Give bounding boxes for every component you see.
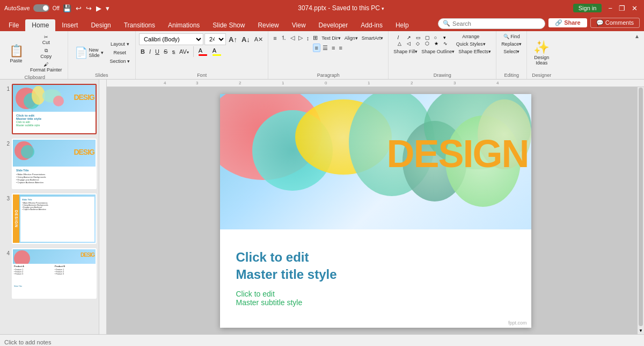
italic-button[interactable]: I [148, 48, 152, 55]
convert-smartart-button[interactable]: SmartArt▾ [360, 35, 385, 41]
slide-number-2: 2 [2, 141, 10, 147]
align-center-button[interactable]: ☰ [321, 44, 330, 52]
autosave-off-label: Off [53, 5, 60, 11]
title-chevron[interactable]: ▾ [382, 6, 384, 11]
shape-outline-button[interactable]: Shape Outline▾ [420, 48, 456, 55]
shape-curve[interactable]: ∿ [443, 41, 452, 46]
shape-rtriangle[interactable]: ◁ [407, 41, 415, 46]
tab-file[interactable]: File [2, 19, 25, 31]
tab-home[interactable]: Home [25, 19, 55, 31]
quick-styles-button[interactable]: Quick Styles▾ [455, 41, 487, 47]
scroll-down[interactable]: ▼ [638, 327, 644, 334]
find-button[interactable]: 🔍 Find [502, 33, 522, 40]
slide-thumb-3[interactable]: 3 DESIGN Slide Title • Make Effective Pr… [2, 193, 97, 244]
tab-design[interactable]: Design [84, 19, 117, 31]
font-color-button[interactable]: A [196, 47, 209, 56]
design-ideas-button[interactable]: ✨ DesignIdeas [530, 38, 553, 68]
ribbon-group-font: Calibri (Body) 24 A↑ A↓ A✕ B I U S s AV▾… [136, 31, 268, 79]
shape-hex[interactable]: ⬡ [425, 41, 434, 46]
shape-fill-button[interactable]: Shape Fill▾ [392, 48, 419, 55]
cut-button[interactable]: ✂ Cut [28, 33, 64, 46]
select-button[interactable]: Select▾ [502, 48, 521, 55]
decrease-font-button[interactable]: A↓ [240, 35, 252, 44]
share-button[interactable]: 🔗 Share [548, 18, 587, 27]
minimize-button[interactable]: − [606, 4, 614, 12]
new-slide-chevron[interactable]: ▾ [101, 50, 104, 55]
justify-button[interactable]: ≡ [337, 44, 343, 52]
font-size-selector[interactable]: 24 [204, 33, 226, 45]
tab-view[interactable]: View [286, 19, 312, 31]
undo-icon[interactable]: ↩ [76, 4, 82, 12]
section-button[interactable]: Section ▾ [108, 57, 133, 65]
char-spacing-button[interactable]: AV▾ [178, 48, 191, 55]
tab-transitions[interactable]: Transitions [118, 19, 162, 31]
slide-thumb-2[interactable]: 2 DESIG Slide Title • Make Effective Pre… [2, 139, 97, 189]
shape-triangle[interactable]: △ [398, 41, 406, 46]
increase-indent-button[interactable]: ▷ [297, 34, 304, 42]
paste-button[interactable]: 📋 Paste [5, 42, 27, 66]
scroll-thumb[interactable] [639, 88, 643, 326]
close-button[interactable]: ✕ [630, 4, 640, 12]
layout-button[interactable]: Layout ▾ [108, 40, 133, 48]
autosave-toggle[interactable] [33, 4, 49, 12]
tab-developer[interactable]: Developer [312, 19, 355, 31]
search-input[interactable] [452, 20, 540, 27]
numbered-list-button[interactable]: ⒈ [279, 33, 288, 42]
shape-star[interactable]: ★ [434, 41, 443, 46]
shape-diamond[interactable]: ◇ [416, 41, 425, 46]
paste-icon: 📋 [9, 44, 24, 58]
slide-thumb-4[interactable]: 4 DESIG Product A • Feature 1 • Feature … [2, 248, 97, 299]
highlight-color-button[interactable]: A [210, 47, 223, 56]
clear-formatting-button[interactable]: A✕ [253, 35, 265, 44]
save-icon[interactable]: 💾 [63, 4, 71, 12]
arrange-button[interactable]: Arrange [455, 33, 487, 40]
restore-button[interactable]: ❐ [617, 4, 627, 12]
shape-line[interactable]: / [398, 35, 406, 40]
watermark: fppt.com [508, 320, 527, 326]
comments-button[interactable]: 💬 Comments [590, 18, 640, 28]
format-painter-button[interactable]: 🖌 Format Painter [28, 61, 64, 74]
slide-canvas[interactable]: DESIGN Click to edit Master title style … [220, 94, 531, 328]
collapse-ribbon[interactable]: ▲ [632, 31, 642, 79]
notes-bar[interactable]: Click to add notes [0, 334, 644, 346]
align-left-button[interactable]: ≡ [313, 44, 320, 52]
reset-button[interactable]: Reset [108, 49, 133, 56]
shape-rrect[interactable]: ▢ [425, 35, 434, 40]
bullet-list-button[interactable]: ≡ [272, 34, 278, 42]
new-slide-button[interactable]: 📄 New Slide ▾ [71, 44, 107, 61]
shape-oval[interactable]: ○ [434, 35, 443, 40]
decrease-indent-button[interactable]: ◁ [289, 34, 296, 42]
align-right-button[interactable]: ≡ [330, 44, 336, 52]
sign-in-button[interactable]: Sign in [573, 4, 602, 12]
slides-label: Slides [71, 73, 133, 79]
increase-font-button[interactable]: A↑ [227, 35, 239, 44]
font-name-selector[interactable]: Calibri (Body) [139, 33, 203, 45]
present-icon[interactable]: ▶ [96, 4, 101, 12]
tab-help[interactable]: Help [389, 19, 415, 31]
tab-slideshow[interactable]: Slide Show [206, 19, 251, 31]
replace-button[interactable]: Replace▾ [500, 41, 523, 47]
strikethrough-button[interactable]: S [162, 48, 169, 55]
bold-button[interactable]: B [139, 48, 147, 55]
shape-arrow[interactable]: ↗ [407, 35, 415, 40]
shape-rect[interactable]: ▭ [416, 35, 425, 40]
shape-effects-button[interactable]: Shape Effects▾ [457, 48, 493, 55]
tab-addins[interactable]: Add-ins [354, 19, 389, 31]
text-direction-button[interactable]: Text Dir▾ [320, 35, 342, 41]
shape-more[interactable]: ▾ [443, 35, 452, 40]
tab-animations[interactable]: Animations [162, 19, 206, 31]
line-spacing-button[interactable]: ↕ [305, 34, 311, 42]
tab-insert[interactable]: Insert [55, 19, 84, 31]
slide-title-area[interactable]: Click to edit Master title style Click t… [220, 229, 531, 328]
underline-button[interactable]: U [153, 48, 161, 55]
columns-button[interactable]: ⊞ [311, 34, 319, 42]
copy-button[interactable]: ⧉ Copy [28, 47, 64, 60]
tab-review[interactable]: Review [251, 19, 285, 31]
doc-title: 3074.pptx - Saved to this PC ▾ [109, 4, 573, 12]
shadow-button[interactable]: s [170, 48, 177, 55]
canvas-scrollbar[interactable]: ▲ ▼ [638, 80, 644, 334]
redo-icon[interactable]: ↪ [86, 4, 92, 12]
more-icon[interactable]: ▾ [106, 4, 109, 12]
slide-thumb-1[interactable]: 1 DESIG Click to edit Master title st [2, 84, 97, 134]
align-text-button[interactable]: Align▾ [343, 35, 360, 41]
